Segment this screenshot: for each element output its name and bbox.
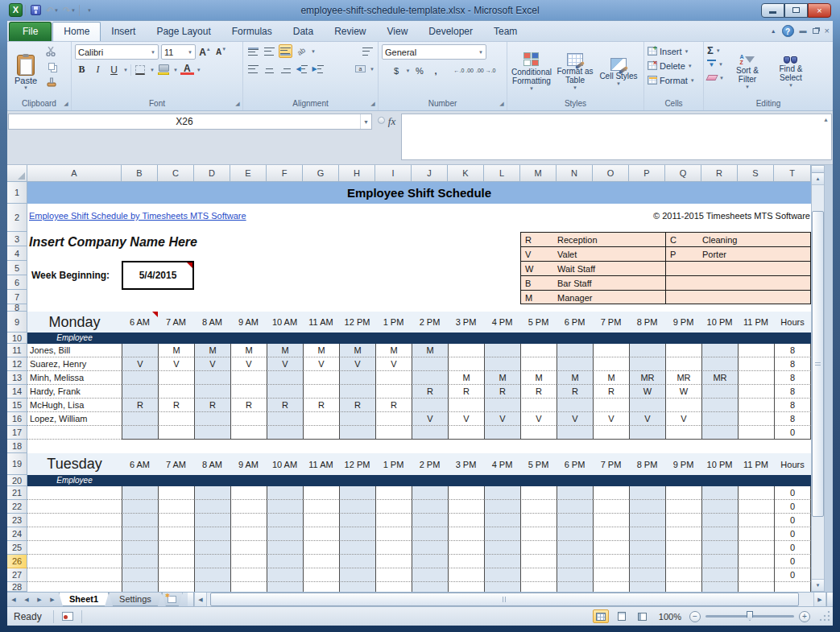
time-header-cell[interactable]: 11 PM (738, 453, 774, 475)
shift-cell[interactable] (629, 568, 665, 582)
tab-split-handle[interactable] (188, 593, 194, 606)
shift-cell[interactable] (738, 412, 774, 426)
week-beginning-input[interactable]: 5/4/2015 (122, 261, 194, 290)
ribbon-tab-formulas[interactable]: Formulas (221, 23, 283, 41)
shift-cell[interactable] (593, 426, 629, 440)
shift-cell[interactable] (629, 399, 665, 412)
insert-worksheet-tab[interactable] (162, 593, 183, 606)
hours-cell[interactable]: 8 (774, 412, 811, 426)
row-header-5[interactable]: 5 (7, 261, 27, 275)
shift-cell[interactable] (448, 357, 484, 371)
merge-center-button[interactable]: a (354, 62, 367, 76)
shift-cell[interactable] (520, 500, 557, 514)
shift-cell[interactable] (738, 500, 774, 514)
shift-cell[interactable] (738, 514, 774, 527)
shift-cell[interactable]: R (158, 399, 194, 412)
shift-cell[interactable] (593, 344, 629, 357)
shift-cell[interactable] (665, 541, 701, 555)
shift-cell[interactable] (194, 541, 230, 555)
shift-cell[interactable] (738, 371, 774, 385)
shift-cell[interactable] (339, 582, 375, 592)
align-right-button[interactable] (279, 62, 292, 76)
shift-cell[interactable] (738, 426, 774, 440)
shift-cell[interactable]: V (629, 412, 665, 426)
hours-cell[interactable]: 0 (774, 514, 811, 527)
row-header-17[interactable]: 17 (7, 426, 27, 440)
column-header-M[interactable]: M (520, 165, 557, 182)
collapse-formula-bar-icon[interactable]: ▲ (823, 117, 829, 122)
shift-cell[interactable] (267, 412, 303, 426)
zoom-in-button[interactable]: + (799, 611, 810, 622)
row-header-25[interactable]: 25 (7, 541, 27, 555)
macro-record-icon[interactable] (62, 612, 73, 621)
shift-cell[interactable] (629, 555, 665, 568)
shift-cell[interactable] (412, 486, 448, 500)
shift-cell[interactable] (557, 426, 593, 440)
shift-cell[interactable] (230, 500, 267, 514)
insert-cells-button[interactable]: Insert▼ (648, 44, 689, 58)
fill-button[interactable]: ▼▼ (707, 58, 723, 70)
shift-cell[interactable]: R (339, 399, 375, 412)
shift-cell[interactable] (738, 486, 774, 500)
shift-cell[interactable] (194, 385, 230, 399)
shift-cell[interactable] (375, 582, 412, 592)
shift-cell[interactable] (230, 541, 267, 555)
shift-cell[interactable] (375, 371, 412, 385)
shift-cell[interactable] (484, 514, 520, 527)
employee-name-cell[interactable]: Minh, Melissa (27, 371, 122, 385)
shift-cell[interactable]: R (194, 399, 230, 412)
shift-cell[interactable] (267, 582, 303, 592)
shift-cell[interactable]: V (303, 357, 339, 371)
shift-cell[interactable] (194, 371, 230, 385)
shift-cell[interactable] (194, 555, 230, 568)
legend-label-cell[interactable]: Cleaning (702, 233, 810, 246)
shift-cell[interactable] (375, 486, 412, 500)
shift-cell[interactable] (194, 527, 230, 541)
shift-cell[interactable] (303, 541, 339, 555)
row-header-24[interactable]: 24 (7, 527, 27, 541)
time-header-cell[interactable]: 12 PM (339, 312, 375, 333)
shift-cell[interactable]: V (194, 357, 230, 371)
row-header-3[interactable]: 3 (7, 232, 27, 246)
shift-cell[interactable]: R (557, 385, 593, 399)
shift-cell[interactable]: M (557, 371, 593, 385)
shift-cell[interactable]: M (448, 371, 484, 385)
bold-button[interactable]: B (75, 63, 89, 76)
merge-dropdown-icon[interactable]: ▼ (370, 67, 374, 72)
shift-cell[interactable] (158, 385, 194, 399)
employee-name-cell[interactable] (27, 555, 122, 568)
shift-cell[interactable] (484, 399, 520, 412)
shift-cell[interactable] (520, 399, 557, 412)
percent-button[interactable]: % (412, 64, 426, 77)
shift-cell[interactable] (448, 514, 484, 527)
shift-cell[interactable] (412, 568, 448, 582)
shift-cell[interactable] (122, 568, 158, 582)
shift-cell[interactable]: V (520, 412, 557, 426)
shift-cell[interactable]: R (520, 385, 557, 399)
vertical-scroll-track[interactable] (812, 185, 824, 579)
shift-cell[interactable] (701, 514, 738, 527)
legend-label-cell[interactable]: Reception (557, 233, 665, 246)
shift-cell[interactable] (557, 486, 593, 500)
shift-cell[interactable]: M (412, 344, 448, 357)
shift-cell[interactable]: M (520, 371, 557, 385)
shift-cell[interactable] (629, 344, 665, 357)
cut-button[interactable] (44, 44, 58, 58)
shift-cell[interactable] (339, 568, 375, 582)
shift-cell[interactable] (701, 555, 738, 568)
row-header-23[interactable]: 23 (7, 514, 27, 527)
row-header-19[interactable]: 19 (7, 453, 27, 475)
column-header-L[interactable]: L (484, 165, 520, 182)
time-header-cell[interactable]: 11 PM (738, 312, 774, 333)
shift-cell[interactable] (701, 385, 738, 399)
shift-cell[interactable] (448, 344, 484, 357)
shift-cell[interactable] (484, 486, 520, 500)
grow-font-button[interactable]: A▲ (198, 45, 212, 59)
font-family-select[interactable]: Calibri▼ (75, 44, 159, 60)
hours-cell[interactable] (774, 582, 811, 592)
fill-dropdown-icon[interactable]: ▼ (173, 68, 178, 72)
legend-label-cell[interactable] (702, 262, 810, 275)
shift-cell[interactable] (339, 486, 375, 500)
close-button[interactable]: × (808, 3, 831, 18)
shift-cell[interactable] (448, 555, 484, 568)
